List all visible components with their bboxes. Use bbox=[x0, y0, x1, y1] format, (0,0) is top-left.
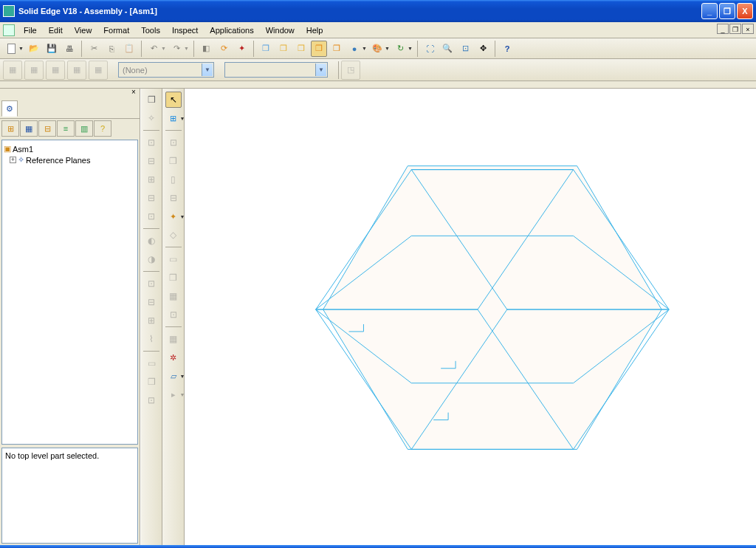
mdi-icon[interactable] bbox=[3, 24, 15, 36]
tool-a[interactable]: ◧ bbox=[198, 41, 214, 57]
menu-view[interactable]: View bbox=[69, 24, 98, 36]
sq5[interactable]: ▦ bbox=[89, 61, 108, 80]
subtab-5[interactable]: ▥ bbox=[75, 120, 93, 137]
v1-btn7[interactable]: ⊡ bbox=[143, 208, 159, 225]
subtab-3[interactable]: ⊟ bbox=[38, 120, 56, 137]
subtab-6[interactable]: ? bbox=[94, 120, 111, 137]
update-button[interactable]: ⟳ bbox=[216, 41, 232, 57]
panel-close-icon[interactable]: × bbox=[129, 89, 138, 97]
v1-btn8[interactable]: ◐ bbox=[143, 233, 159, 249]
select-tool[interactable]: ↖ bbox=[165, 92, 182, 108]
menu-tools[interactable]: Tools bbox=[135, 24, 166, 36]
paste-button[interactable]: 📋 bbox=[121, 41, 137, 57]
v1-btn16[interactable]: ⊡ bbox=[143, 392, 159, 408]
fit-button[interactable]: ⛶ bbox=[422, 41, 438, 57]
vtoolbar-1: ❒ ✧ ⊡ ⊟ ⊞ ⊟ ⊡ ◐ ◑ ⊡ ⊟ ⊞ ⌇ ▭ ❒ ⊡ bbox=[140, 89, 162, 545]
v1-btn2[interactable]: ✧ bbox=[143, 110, 159, 126]
v1-btn5[interactable]: ⊞ bbox=[143, 171, 159, 188]
expand-icon[interactable]: + bbox=[10, 157, 16, 163]
copy-button[interactable]: ⎘ bbox=[103, 41, 120, 57]
menu-file[interactable]: File bbox=[18, 24, 43, 36]
pan-button[interactable]: ✥ bbox=[475, 41, 491, 57]
zoom-area-button[interactable]: ⊡ bbox=[457, 41, 473, 57]
redo-button[interactable]: ↷▼ bbox=[168, 41, 185, 57]
menu-help[interactable]: Help bbox=[300, 24, 329, 36]
sq4[interactable]: ▦ bbox=[67, 61, 86, 80]
menu-inspect[interactable]: Inspect bbox=[166, 24, 204, 36]
v2-btn6[interactable]: ⊟ bbox=[165, 190, 182, 206]
tree-refplanes[interactable]: + ✧ Reference Planes bbox=[4, 154, 136, 165]
tab-edgebar[interactable]: ⚙ bbox=[1, 100, 18, 117]
print-button[interactable]: 🖶 bbox=[61, 41, 78, 57]
v1-btn14[interactable]: ▭ bbox=[143, 355, 159, 371]
cube4-button[interactable]: ❒ bbox=[311, 41, 327, 57]
menu-applications[interactable]: Applications bbox=[204, 24, 259, 36]
sq2[interactable]: ▦ bbox=[24, 61, 44, 80]
v1-btn9[interactable]: ◑ bbox=[143, 251, 159, 267]
sq6[interactable]: ◳ bbox=[341, 61, 360, 80]
cube2-button[interactable]: ❒ bbox=[275, 41, 292, 57]
tree-root[interactable]: ▣ Asm1 bbox=[4, 143, 136, 154]
sphere-button[interactable]: ●▼ bbox=[346, 41, 362, 57]
feature-tree[interactable]: ▣ Asm1 + ✧ Reference Planes bbox=[1, 140, 138, 445]
v2-btn11[interactable]: ▦ bbox=[165, 288, 182, 304]
sq3[interactable]: ▦ bbox=[46, 61, 65, 80]
cut-button[interactable]: ✂ bbox=[86, 41, 102, 57]
v1-btn15[interactable]: ❒ bbox=[143, 374, 159, 390]
subtab-4[interactable]: ≡ bbox=[57, 120, 75, 137]
menubar: File Edit View Format Tools Inspect Appl… bbox=[0, 22, 756, 38]
v2-btn16[interactable]: ▸▼ bbox=[165, 386, 182, 403]
zoom-button[interactable]: 🔍 bbox=[439, 41, 456, 57]
chevron-down-icon: ▼ bbox=[315, 64, 326, 76]
maximize-button[interactable]: ❐ bbox=[719, 3, 735, 19]
menu-window[interactable]: Window bbox=[260, 24, 300, 36]
palette-button[interactable]: 🎨▼ bbox=[369, 41, 385, 57]
v2-btn10[interactable]: ❒ bbox=[165, 270, 182, 286]
v1-btn11[interactable]: ⊟ bbox=[143, 294, 159, 310]
mdi-min[interactable]: _ bbox=[717, 24, 729, 34]
menu-edit[interactable]: Edit bbox=[43, 24, 69, 36]
v2-btn9[interactable]: ▭ bbox=[165, 251, 182, 267]
viewport[interactable] bbox=[185, 89, 756, 545]
assembly-icon: ▣ bbox=[4, 144, 11, 154]
cube1-button[interactable]: ❒ bbox=[258, 41, 274, 57]
tools-button[interactable]: ✦ bbox=[233, 41, 250, 57]
subtab-1[interactable]: ⊞ bbox=[1, 120, 19, 137]
cube3-button[interactable]: ❒ bbox=[293, 41, 309, 57]
open-button[interactable]: 📂 bbox=[26, 41, 42, 57]
save-button[interactable]: 💾 bbox=[44, 41, 60, 57]
v2-btn7[interactable]: ✦▼ bbox=[165, 208, 182, 225]
v2-btn13[interactable]: ▦ bbox=[165, 331, 182, 347]
style-combo[interactable]: (None) ▼ bbox=[118, 62, 214, 78]
cube5-button[interactable]: ❒ bbox=[329, 41, 345, 57]
menu-format[interactable]: Format bbox=[97, 24, 135, 36]
v1-btn12[interactable]: ⊞ bbox=[143, 312, 159, 329]
v1-btn13[interactable]: ⌇ bbox=[143, 331, 159, 347]
v2-btn4[interactable]: ❒ bbox=[165, 153, 182, 169]
new-button[interactable]: ▼ bbox=[3, 41, 19, 57]
v1-btn6[interactable]: ⊟ bbox=[143, 190, 159, 206]
undo-button[interactable]: ↶▼ bbox=[145, 41, 162, 57]
v2-btn15[interactable]: ▱▼ bbox=[165, 368, 182, 384]
svg-marker-0 bbox=[323, 166, 662, 450]
v1-btn3[interactable]: ⊡ bbox=[143, 134, 159, 151]
mdi-restore[interactable]: ❐ bbox=[729, 24, 741, 34]
combo2[interactable]: ▼ bbox=[224, 62, 328, 78]
v2-btn3[interactable]: ⊡ bbox=[165, 134, 182, 151]
info-text: No top level part selected. bbox=[5, 451, 99, 460]
spin-button[interactable]: ↻▼ bbox=[392, 41, 408, 57]
v2-btn8[interactable]: ◇ bbox=[165, 227, 182, 243]
v2-btn14[interactable]: ✲ bbox=[165, 349, 182, 366]
v1-btn10[interactable]: ⊡ bbox=[143, 275, 159, 292]
v2-btn5[interactable]: ▯ bbox=[165, 171, 182, 188]
help-button[interactable]: ? bbox=[499, 41, 515, 57]
v2-btn12[interactable]: ⊡ bbox=[165, 306, 182, 323]
sketch-tool[interactable]: ⊞▼ bbox=[165, 110, 182, 126]
v1-btn1[interactable]: ❒ bbox=[143, 92, 159, 108]
subtab-2[interactable]: ▦ bbox=[20, 120, 38, 137]
close-button[interactable]: X bbox=[737, 3, 753, 19]
minimize-button[interactable]: _ bbox=[701, 3, 718, 19]
sq1[interactable]: ▦ bbox=[3, 61, 22, 80]
mdi-close[interactable]: × bbox=[742, 24, 754, 34]
v1-btn4[interactable]: ⊟ bbox=[143, 153, 159, 169]
